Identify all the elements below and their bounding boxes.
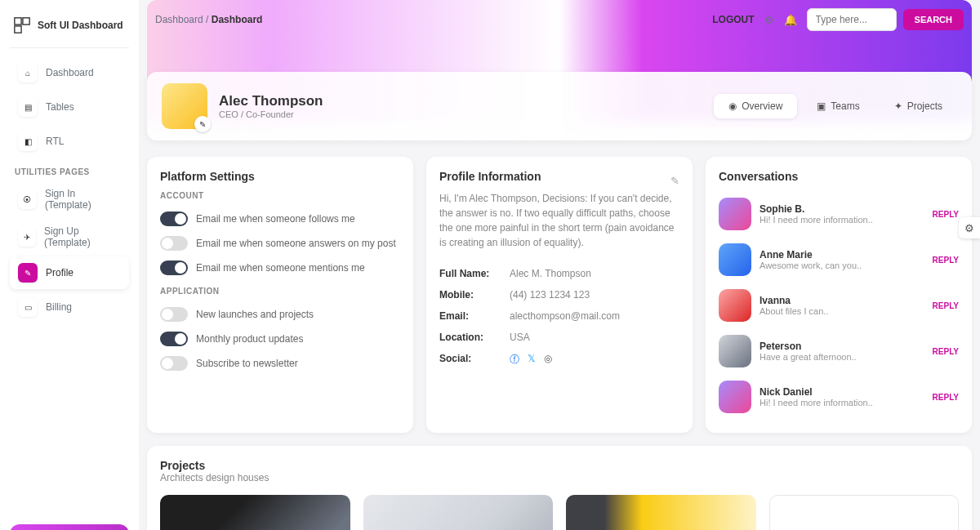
tab-overview[interactable]: ◉ Overview (714, 94, 797, 118)
svg-rect-1 (23, 18, 29, 24)
avatar (719, 381, 751, 413)
project-card-1[interactable] (160, 495, 350, 530)
application-heading: APPLICATION (160, 287, 400, 296)
platform-settings-card: Platform Settings ACCOUNT Email me when … (147, 157, 413, 433)
setting-label: New launches and projects (196, 309, 314, 320)
breadcrumb-current: Dashboard (212, 14, 263, 25)
conversation-row: Ivanna About files I can.. REPLY (719, 283, 959, 328)
email-label: Email: (439, 310, 503, 322)
tab-teams[interactable]: ▣ Teams (802, 94, 874, 118)
sidebar-item-tables[interactable]: ▤ Tables (10, 91, 129, 123)
utilities-heading: UTILITIES PAGES (15, 167, 124, 176)
conversation-row: Anne Marie Awesome work, can you.. REPLY (719, 237, 959, 283)
projects-card: Projects Architects design houses ＋ New … (147, 446, 972, 530)
projects-title: Projects (160, 459, 959, 472)
conversation-name: Anne Marie (760, 249, 924, 261)
brand: Soft UI Dashboard (10, 16, 129, 48)
search-input[interactable] (807, 8, 897, 31)
fullname-value: Alec M. Thompson (510, 268, 591, 279)
edit-profile-icon[interactable]: ✎ (670, 175, 679, 187)
sidebar-item-profile[interactable]: ✎ Profile (10, 256, 129, 289)
dashboard-icon: ⌂ (18, 63, 38, 82)
conversations-card: Conversations Sophie B. Hi! I need more … (706, 157, 972, 433)
sidebar-item-signin[interactable]: ⦿ Sign In (Template) (10, 181, 129, 217)
signup-icon: ✈ (18, 227, 36, 247)
fullname-label: Full Name: (439, 268, 503, 279)
new-project-card[interactable]: ＋ New project (769, 495, 960, 530)
cube-icon: ◉ (728, 100, 737, 112)
sidebar-item-rtl[interactable]: ◧ RTL (10, 125, 129, 158)
twitter-icon[interactable]: 𝕏 (528, 353, 536, 367)
toggle-newsletter[interactable] (160, 356, 188, 371)
brand-logo-icon (13, 16, 31, 34)
setting-row: Email me when someone mentions me (160, 256, 400, 280)
conversation-row: Nick Daniel Hi! I need more information.… (719, 374, 959, 420)
search-button[interactable]: SEARCH (903, 9, 964, 30)
setting-label: Email me when someone answers on my post (196, 238, 396, 249)
main: Dashboard / Dashboard LOGOUT ⚙ 🔔 SEARCH … (139, 0, 980, 530)
conversation-msg: Hi! I need more information.. (760, 215, 924, 225)
avatar (719, 198, 751, 230)
conversation-msg: Have a great afternoon.. (760, 352, 924, 362)
projects-subtitle: Architects design houses (160, 472, 959, 483)
reply-button[interactable]: REPLY (933, 256, 959, 265)
social-label: Social: (439, 353, 503, 367)
setting-label: Email me when someone follows me (196, 213, 355, 225)
topbar: Dashboard / Dashboard LOGOUT ⚙ 🔔 SEARCH (139, 0, 980, 39)
sidebar-item-label: Dashboard (46, 67, 94, 78)
sidebar-item-label: RTL (46, 136, 64, 147)
breadcrumb-root[interactable]: Dashboard (155, 14, 203, 25)
logout-link[interactable]: LOGOUT (712, 14, 754, 25)
sidebar-item-signup[interactable]: ✈ Sign Up (Template) (10, 219, 129, 255)
sidebar-item-label: Tables (46, 101, 74, 113)
tab-projects[interactable]: ✦ Projects (880, 94, 957, 118)
teams-icon: ▣ (817, 100, 826, 112)
conversation-name: Ivanna (760, 295, 924, 306)
toggle-follows[interactable] (160, 212, 188, 226)
toggle-answers[interactable] (160, 236, 188, 251)
project-card-3[interactable] (566, 495, 756, 530)
profile-bio: Hi, I'm Alec Thompson, Decisions: If you… (439, 191, 679, 250)
rtl-icon: ◧ (18, 131, 38, 151)
reply-button[interactable]: REPLY (933, 210, 959, 219)
sidebar-item-label: Sign In (Template) (45, 188, 121, 211)
promo-card: ◆ Need more? PRO VERSION (10, 524, 129, 530)
tab-label: Projects (907, 100, 942, 112)
reply-button[interactable]: REPLY (933, 347, 959, 356)
setting-label: Email me when someone mentions me (196, 262, 365, 274)
instagram-icon[interactable]: ◎ (544, 353, 552, 367)
reply-button[interactable]: REPLY (933, 393, 959, 402)
conversation-msg: Awesome work, can you.. (760, 261, 924, 270)
conversation-row: Sophie B. Hi! I need more information.. … (719, 191, 959, 237)
signin-icon: ⦿ (18, 189, 37, 209)
sidebar-item-label: Billing (46, 301, 72, 313)
edit-avatar-button[interactable]: ✎ (194, 116, 211, 132)
sidebar-item-dashboard[interactable]: ⌂ Dashboard (10, 56, 129, 89)
reply-button[interactable]: REPLY (933, 301, 959, 310)
setting-label: Subscribe to newsletter (196, 358, 298, 369)
sidebar-item-label: Sign Up (Template) (44, 225, 121, 248)
setting-row: Email me when someone answers on my post (160, 231, 400, 256)
toggle-launches[interactable] (160, 307, 188, 322)
bell-icon[interactable]: 🔔 (784, 14, 797, 26)
sidebar-item-billing[interactable]: ▭ Billing (10, 291, 129, 323)
toggle-updates[interactable] (160, 332, 188, 346)
setting-row: Subscribe to newsletter (160, 351, 400, 376)
svg-rect-2 (15, 26, 21, 33)
conversation-row: Peterson Have a great afternoon.. REPLY (719, 328, 959, 374)
floating-settings-button[interactable]: ⚙ (959, 217, 980, 238)
project-card-2[interactable] (363, 495, 554, 530)
sidebar: Soft UI Dashboard ⌂ Dashboard ▤ Tables ◧… (0, 0, 139, 530)
card-title: Platform Settings (160, 170, 400, 183)
facebook-icon[interactable]: ⓕ (510, 353, 519, 367)
toggle-mentions[interactable] (160, 261, 188, 275)
tab-label: Teams (831, 100, 859, 112)
conversation-msg: About files I can.. (760, 306, 924, 316)
setting-row: New launches and projects (160, 302, 400, 327)
tabset: ◉ Overview ▣ Teams ✦ Projects (714, 94, 957, 118)
mobile-value: (44) 123 1234 123 (510, 289, 590, 301)
gear-icon[interactable]: ⚙ (764, 14, 774, 26)
setting-row: Monthly product updates (160, 327, 400, 351)
avatar: ✎ (162, 83, 207, 129)
tab-label: Overview (742, 100, 782, 112)
